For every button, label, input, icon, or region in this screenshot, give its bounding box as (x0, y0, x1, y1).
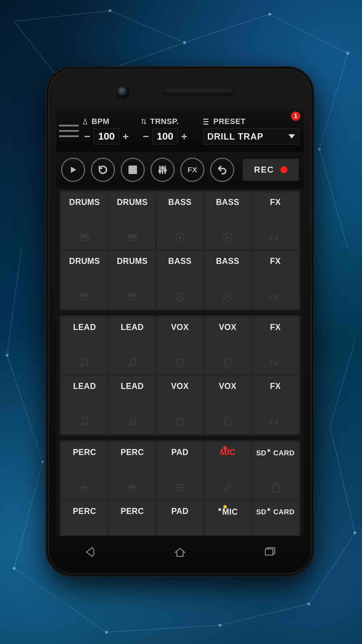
sound-pad[interactable]: SD✶ CARD (253, 443, 298, 499)
svg-line-3 (270, 14, 348, 53)
bpm-value[interactable]: 100 (94, 128, 119, 145)
svg-point-64 (85, 422, 88, 426)
svg-point-70 (81, 486, 88, 489)
pad-row: PERCPERCPAD✶MICSD✶ CARD (62, 502, 298, 536)
pad-label: PAD (171, 507, 188, 516)
sound-pad[interactable]: VOX (205, 318, 250, 374)
sound-pad[interactable]: FXFX (253, 193, 298, 249)
svg-point-56 (81, 364, 84, 367)
fx-icon: FX (269, 232, 282, 244)
transpose-icon (140, 118, 147, 125)
transpose-increase-button[interactable]: + (179, 129, 190, 144)
loop-button[interactable] (91, 158, 115, 182)
bass-icon (174, 232, 186, 244)
svg-point-57 (85, 363, 88, 367)
fx-icon: FX (269, 357, 282, 369)
sound-pad[interactable]: FXFX (253, 377, 298, 433)
sound-pad[interactable]: PERC (62, 443, 107, 499)
sound-pad[interactable]: VOX (205, 377, 250, 433)
pad-label: DRUMS (69, 197, 100, 207)
sound-pad[interactable]: DRUMS (109, 193, 155, 249)
sound-pad[interactable]: FXFX (253, 318, 298, 374)
grid-button[interactable] (121, 158, 145, 182)
menu-button[interactable] (56, 109, 82, 152)
sound-pad[interactable]: PAD (157, 502, 203, 536)
sound-pad[interactable]: BASS (157, 251, 203, 308)
sound-pad[interactable]: ✶MIC (205, 502, 250, 536)
preset-dropdown[interactable]: DRILL TRAP (203, 128, 299, 145)
undo-button[interactable] (210, 158, 234, 182)
sound-pad[interactable]: PERC (109, 502, 155, 536)
mixer-button[interactable] (150, 158, 175, 182)
sound-pad[interactable]: BASS (157, 193, 203, 249)
sound-pad[interactable]: LEAD (62, 377, 107, 433)
sound-pad[interactable]: SD✶ CARD (253, 502, 298, 536)
sound-pad[interactable]: FXFX (253, 251, 298, 308)
notification-badge[interactable]: 1 (291, 112, 300, 121)
fx-button[interactable]: FX (180, 158, 204, 182)
svg-point-42 (81, 234, 89, 238)
bass-icon (221, 232, 234, 244)
pad-block: DRUMSDRUMSBASSBASSFXFXDRUMSDRUMSBASSBASS… (60, 190, 300, 310)
sound-pad[interactable]: PERC (109, 443, 155, 499)
svg-point-26 (105, 631, 108, 634)
svg-rect-35 (135, 169, 136, 171)
bpm-decrease-button[interactable]: − (82, 129, 93, 144)
pad-label: FX (270, 381, 281, 391)
svg-rect-36 (129, 172, 131, 173)
recents-button[interactable] (262, 545, 277, 561)
play-button[interactable] (61, 158, 85, 182)
sound-pad[interactable]: MIC (205, 443, 250, 499)
sound-pad[interactable]: VOX (157, 377, 203, 433)
svg-point-63 (81, 423, 84, 426)
drum-icon (78, 232, 91, 244)
pad-label: VOX (219, 323, 236, 332)
svg-line-11 (14, 568, 106, 632)
pad-indicator (223, 505, 227, 509)
svg-point-29 (353, 531, 356, 534)
sound-pad[interactable]: DRUMS (109, 251, 155, 308)
transpose-value[interactable]: 100 (152, 128, 178, 145)
sound-pad[interactable]: DRUMS (62, 193, 107, 249)
sound-pad[interactable]: BASS (205, 251, 250, 308)
metronome-icon (82, 118, 89, 125)
phone-frame: BPM − 100 + TRNS (45, 66, 314, 577)
svg-rect-34 (132, 169, 134, 171)
music-pad-app: BPM − 100 + TRNS (56, 109, 304, 536)
svg-rect-31 (132, 166, 134, 168)
sound-pad[interactable]: LEAD (62, 318, 107, 374)
note-icon (78, 357, 91, 369)
sound-pad[interactable]: PAD (157, 443, 203, 499)
sd-icon (269, 482, 282, 494)
svg-rect-74 (182, 483, 183, 485)
sound-pad[interactable]: VOX (157, 318, 203, 374)
svg-point-58 (128, 364, 131, 367)
pads-area: DRUMSDRUMSBASSBASSFXFXDRUMSDRUMSBASSBASS… (56, 188, 304, 536)
sound-pad[interactable]: DRUMS (62, 251, 107, 308)
android-nav-bar (45, 541, 314, 564)
sound-pad[interactable]: LEAD (109, 377, 155, 433)
pad-block: PERCPERCPADMICSD✶ CARDPERCPERCPAD✶MICSD✶… (60, 440, 300, 536)
vox-icon (174, 357, 186, 369)
pad-label: DRUMS (117, 197, 148, 207)
record-button[interactable]: REC (243, 159, 299, 181)
svg-point-81 (227, 483, 231, 488)
pad-label: PERC (73, 448, 96, 457)
drum-icon (78, 291, 91, 303)
pad-label: FX (270, 256, 281, 266)
sound-pad[interactable]: LEAD (109, 318, 155, 374)
back-button[interactable] (83, 545, 98, 561)
svg-point-47 (226, 236, 229, 239)
sound-pad[interactable]: BASS (205, 193, 250, 249)
sound-pad[interactable]: PERC (62, 502, 107, 536)
svg-point-39 (159, 170, 161, 172)
pad-row: DRUMSDRUMSBASSBASSFXFX (62, 251, 298, 308)
bpm-increase-button[interactable]: + (120, 129, 131, 144)
home-button[interactable] (172, 545, 187, 561)
transpose-decrease-button[interactable]: − (140, 129, 152, 144)
svg-point-43 (128, 234, 136, 238)
pad-label: PERC (121, 507, 144, 516)
grid-icon (174, 482, 186, 494)
svg-rect-79 (179, 489, 181, 491)
svg-rect-78 (176, 489, 177, 491)
